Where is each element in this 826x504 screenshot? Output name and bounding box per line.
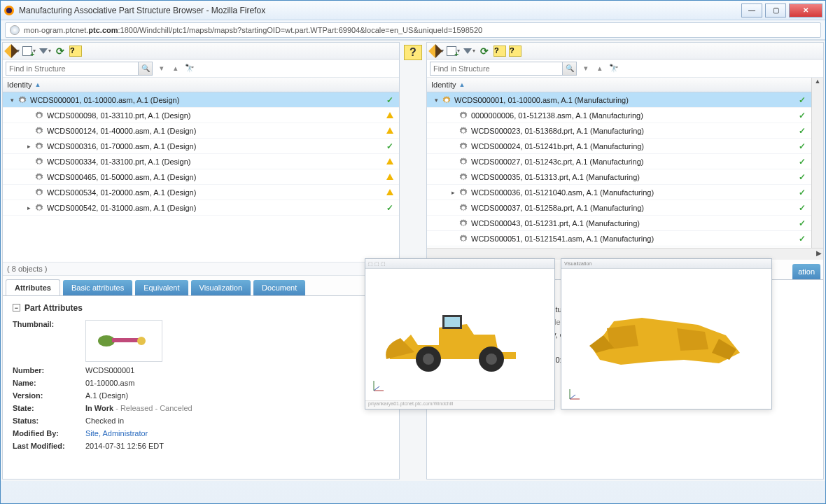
collapse-all-icon[interactable]: ▾ — [581, 64, 591, 74]
refresh-icon: ⟳ — [480, 46, 489, 57]
scroll-right-icon[interactable]: ▶ — [816, 249, 822, 257]
svg-point-20 — [461, 206, 465, 209]
center-help-button[interactable]: ? — [404, 45, 422, 60]
find-next-icon[interactable]: 🔭 — [185, 64, 195, 74]
title-bar: Manufacturing Associative Part Structure… — [1, 1, 825, 20]
gear-icon — [458, 141, 468, 151]
collapse-all-icon[interactable]: ▾ — [157, 64, 167, 74]
tree-row[interactable]: ▾WCDS000001, 01-10000.asm, A.1 (Design)✓ — [3, 92, 399, 108]
svg-rect-29 — [444, 317, 460, 327]
expand-icon[interactable]: ▸ — [25, 142, 33, 150]
gear-icon — [34, 172, 44, 182]
tree-row[interactable]: WCDS000024, 01-51241b.prt, A.1 (Manufact… — [427, 139, 811, 154]
filter-button[interactable]: ▾ — [462, 44, 476, 58]
left-tabs: AttributesBasic attributesEquivalentVisu… — [3, 276, 399, 295]
maximize-button[interactable]: ▢ — [765, 4, 786, 18]
attr-name: 01-10000.asm — [85, 379, 134, 387]
status-ok-icon: ✓ — [799, 126, 806, 136]
scroll-up-button[interactable]: ▲ — [811, 78, 823, 92]
viz-footer: priyankarya01.ptcnet.ptc.com/Windchill — [365, 400, 554, 409]
tree-row[interactable]: ▸WCDS000036, 01-5121040.asm, A.1 (Manufa… — [427, 185, 811, 200]
tree-row[interactable]: WCDS000051, 01-5121541.asm, A.1 (Manufac… — [427, 231, 811, 246]
tree-row[interactable]: ▸WCDS000542, 01-31000.asm, A.1 (Design)✓ — [3, 200, 399, 216]
close-button[interactable]: ✕ — [789, 4, 822, 18]
viz-3d-view[interactable] — [561, 269, 771, 409]
tree-row[interactable]: WCDS000098, 01-33110.prt, A.1 (Design) — [3, 108, 399, 123]
tree-item-label: WCDS000001, 01-10000.asm, A.1 (Manufactu… — [454, 96, 807, 104]
help-button-2[interactable]: ? — [508, 44, 522, 58]
edit-button[interactable]: ▾ — [6, 44, 20, 58]
filter-button[interactable]: ▾ — [38, 44, 52, 58]
tree-row[interactable]: ▾WCDS000001, 01-10000.asm, A.1 (Manufact… — [427, 92, 811, 108]
viz-3d-view[interactable] — [365, 269, 554, 400]
thumbnail-image[interactable] — [85, 320, 162, 362]
svg-line-35 — [570, 395, 575, 399]
status-ok-icon: ✓ — [799, 218, 806, 228]
tab-basic-attributes[interactable]: Basic attributes — [63, 280, 132, 295]
tab-visualization[interactable]: Visualization — [191, 280, 251, 295]
left-toolbar: ▾ ▾ ▾ ⟳ ? — [3, 43, 399, 59]
expand-all-icon[interactable]: ▴ — [171, 64, 181, 74]
edit-button[interactable]: ▾ — [430, 44, 444, 58]
collapse-icon[interactable]: ▾ — [8, 96, 16, 104]
tree-row[interactable]: WCDS000334, 01-33100.prt, A.1 (Design) — [3, 154, 399, 169]
visualization-popup-right[interactable]: Visualization — [561, 258, 772, 410]
tree-item-label: WCDS000036, 01-5121040.asm, A.1 (Manufac… — [471, 188, 807, 197]
search-go-button[interactable]: 🔍 — [138, 62, 152, 75]
tree-item-label: WCDS000124, 01-40000.asm, A.1 (Design) — [47, 127, 395, 135]
gear-icon — [34, 203, 44, 213]
tab-attributes[interactable]: Attributes — [6, 279, 60, 295]
status-ok-icon: ✓ — [799, 188, 806, 197]
attr-number: WCDS000001 — [85, 366, 134, 374]
tree-row[interactable]: WCDS000027, 01-51243c.prt, A.1 (Manufact… — [427, 154, 811, 169]
tree-item-label: WCDS000023, 01-51368d.prt, A.1 (Manufact… — [471, 127, 807, 135]
tree-row[interactable]: WCDS000043, 01-51231.prt, A.1 (Manufactu… — [427, 216, 811, 231]
expand-icon[interactable]: ▸ — [449, 188, 457, 196]
column-header-label: Identity — [7, 80, 31, 89]
tree-row[interactable]: WCDS000534, 01-20000.asm, A.1 (Design) — [3, 185, 399, 200]
expand-icon[interactable]: ▸ — [25, 204, 33, 211]
tree-row[interactable]: ▸WCDS000316, 01-70000.asm, A.1 (Design)✓ — [3, 139, 399, 154]
minimize-button[interactable]: — — [741, 4, 762, 18]
visualization-popup-left[interactable]: ⬚ ⬚ ⬚ priyankarya01.ptcnet.ptc.com/Windc… — [365, 258, 555, 410]
new-button[interactable]: ▾ — [22, 44, 36, 58]
refresh-button[interactable]: ⟳ — [53, 44, 67, 58]
gear-icon — [34, 141, 44, 151]
tree-row[interactable]: WCDS000124, 01-40000.asm, A.1 (Design) — [3, 123, 399, 139]
new-button[interactable]: ▾ — [446, 44, 461, 58]
url-box[interactable]: mon-ogram.ptcnet.ptc.com:1800/Windchill/… — [5, 22, 821, 38]
tree-item-label: WCDS000051, 01-5121541.asm, A.1 (Manufac… — [471, 234, 807, 243]
vertical-scrollbar[interactable] — [811, 92, 823, 260]
tab-document[interactable]: Document — [253, 280, 305, 295]
collapse-icon[interactable]: − — [13, 304, 20, 312]
search-go-button[interactable]: 🔍 — [562, 62, 576, 75]
status-column-header[interactable] — [796, 78, 811, 92]
status-ok-icon: ✓ — [386, 95, 393, 105]
expand-all-icon[interactable]: ▴ — [595, 64, 605, 74]
collapse-icon[interactable]: ▾ — [433, 96, 440, 104]
left-attributes-panel: − Part Attributes Thumbnail: Number:WCDS… — [3, 295, 399, 479]
svg-point-19 — [461, 190, 465, 194]
right-column-header[interactable]: Identity ▲ — [427, 78, 796, 92]
tree-row[interactable]: 0000000006, 01-512138.asm, A.1 (Manufact… — [427, 108, 811, 123]
viz-header: ⬚ ⬚ ⬚ — [365, 259, 554, 269]
tree-row[interactable]: WCDS000037, 01-51258a.prt, A.1 (Manufact… — [427, 200, 811, 216]
tree-row[interactable]: WCDS000035, 01-51313.prt, A.1 (Manufactu… — [427, 169, 811, 185]
tab-fragment[interactable]: ation — [792, 264, 820, 279]
gear-icon — [34, 188, 44, 197]
tree-row[interactable]: WCDS000023, 01-51368d.prt, A.1 (Manufact… — [427, 123, 811, 139]
gear-icon — [458, 172, 468, 182]
tree-row[interactable]: WCDS000465, 01-50000.asm, A.1 (Design) — [3, 169, 399, 185]
axis-triad-icon — [567, 386, 582, 403]
tab-equivalent[interactable]: Equivalent — [135, 280, 188, 295]
horizontal-scrollbar[interactable]: ▶ — [427, 248, 823, 260]
left-column-header[interactable]: Identity ▲ — [3, 78, 399, 92]
find-next-icon[interactable]: 🔭 — [609, 64, 619, 74]
help-button[interactable]: ? — [69, 44, 83, 58]
search-input[interactable] — [430, 64, 562, 73]
help-button[interactable]: ? — [493, 44, 507, 58]
search-input[interactable] — [6, 64, 138, 73]
attr-status: Checked in — [85, 416, 124, 425]
svg-point-14 — [461, 113, 465, 117]
refresh-button[interactable]: ⟳ — [477, 44, 491, 58]
